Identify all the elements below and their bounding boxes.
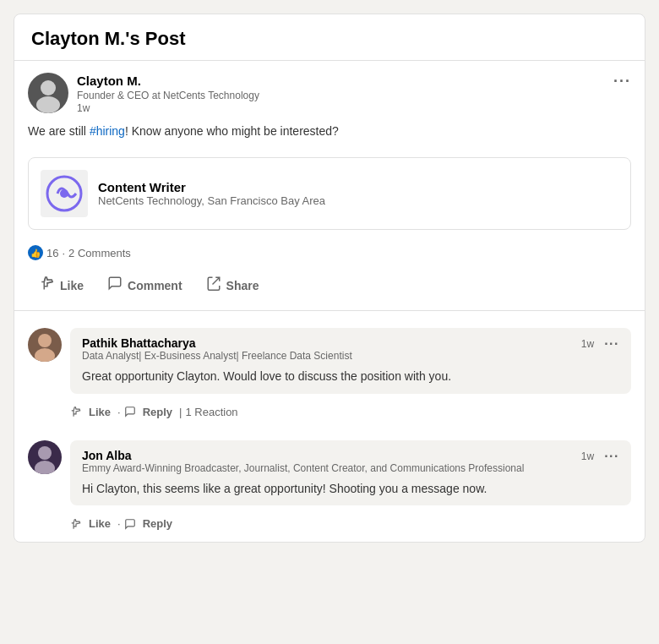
comment-bubble: Jon Alba Emmy Award-Winning Broadcaster,… bbox=[70, 440, 631, 506]
like-label: Like bbox=[60, 279, 84, 292]
comment-bubble: Pathik Bhattacharya Data Analyst| Ex-Bus… bbox=[70, 328, 631, 394]
comment-time: 1w bbox=[581, 338, 594, 350]
reply-icon bbox=[124, 518, 136, 530]
comment-header: Pathik Bhattacharya Data Analyst| Ex-Bus… bbox=[82, 336, 619, 367]
post-card: Clayton M.'s Post Clayton M. Founder & C… bbox=[14, 14, 645, 543]
comments-section: Pathik Bhattacharya Data Analyst| Ex-Bus… bbox=[14, 311, 645, 542]
comment-meta: 1w ··· bbox=[581, 449, 619, 464]
comment-button[interactable]: Comment bbox=[95, 269, 194, 302]
separator: · bbox=[117, 406, 121, 418]
like-icon bbox=[70, 406, 82, 418]
comment-author-name: Jon Alba bbox=[82, 449, 524, 462]
job-card[interactable]: Content Writer NetCents Technology, San … bbox=[28, 157, 631, 230]
comment-icon bbox=[107, 276, 123, 295]
comment-text: Hi Clayton, this seems like a great oppo… bbox=[82, 481, 619, 498]
comment-reply-button[interactable]: Reply bbox=[139, 516, 176, 532]
author-title: Founder & CEO at NetCents Technology bbox=[77, 90, 631, 103]
avatar bbox=[28, 328, 62, 362]
action-bar: Like Comment Share bbox=[14, 265, 645, 311]
like-reaction-icon: 👍 bbox=[28, 245, 43, 260]
comment-author-block: Pathik Bhattacharya Data Analyst| Ex-Bus… bbox=[82, 336, 352, 367]
avatar bbox=[28, 73, 68, 113]
post-time: 1w bbox=[77, 102, 631, 114]
like-icon bbox=[70, 518, 82, 530]
post-text-suffix: ! Know anyone who might be interested? bbox=[125, 124, 339, 138]
comment-author-name: Pathik Bhattacharya bbox=[82, 336, 352, 350]
separator: · bbox=[117, 517, 121, 530]
svg-point-7 bbox=[35, 461, 55, 474]
reply-icon bbox=[124, 406, 136, 418]
comment-like-button[interactable]: Like bbox=[85, 516, 114, 532]
comments-count: 2 Comments bbox=[68, 247, 131, 259]
svg-point-0 bbox=[41, 80, 56, 96]
comment-actions: Like · Reply bbox=[14, 512, 645, 542]
comment-author-block: Jon Alba Emmy Award-Winning Broadcaster,… bbox=[82, 449, 524, 479]
comment-text: Great opportunity Clayton. Would love to… bbox=[82, 368, 619, 385]
comment-author-title: Data Analyst| Ex-Business Analyst| Freel… bbox=[82, 350, 352, 362]
comment-author-title: Emmy Award-Winning Broadcaster, Journali… bbox=[82, 462, 524, 474]
svg-point-5 bbox=[35, 348, 55, 362]
comment-actions: Like · Reply | 1 Reaction bbox=[14, 401, 645, 430]
author-name: Clayton M. bbox=[77, 73, 631, 90]
reactions-bar: 👍 16 · 2 Comments bbox=[14, 240, 645, 265]
comment-time: 1w bbox=[581, 450, 594, 462]
list-item: Jon Alba Emmy Award-Winning Broadcaster,… bbox=[14, 430, 645, 513]
svg-point-6 bbox=[38, 446, 52, 460]
share-icon bbox=[206, 276, 221, 295]
svg-point-3 bbox=[60, 189, 68, 198]
job-info: Content Writer NetCents Technology, San … bbox=[98, 180, 325, 207]
comment-like-button[interactable]: Like bbox=[85, 404, 114, 420]
like-icon bbox=[40, 276, 55, 295]
list-item: Pathik Bhattacharya Data Analyst| Ex-Bus… bbox=[14, 318, 645, 401]
post-body: We are still #hiring! Know anyone who mi… bbox=[14, 123, 645, 150]
dot-separator: · bbox=[62, 247, 65, 259]
share-button[interactable]: Share bbox=[194, 269, 271, 302]
comment-label: Comment bbox=[128, 279, 182, 292]
post-text-prefix: We are still bbox=[28, 124, 90, 138]
share-label: Share bbox=[226, 279, 259, 292]
separator2: | bbox=[179, 406, 182, 418]
comment-meta: 1w ··· bbox=[581, 336, 619, 352]
like-button[interactable]: Like bbox=[28, 269, 95, 302]
post-header: Clayton M. Founder & CEO at NetCents Tec… bbox=[14, 61, 645, 123]
comment-header: Jon Alba Emmy Award-Winning Broadcaster,… bbox=[82, 449, 619, 479]
page-title: Clayton M.'s Post bbox=[14, 14, 645, 61]
avatar bbox=[28, 440, 62, 474]
job-company: NetCents Technology, San Francisco Bay A… bbox=[98, 194, 325, 207]
comment-more-button[interactable]: ··· bbox=[604, 336, 619, 352]
reaction-count: 16 bbox=[46, 247, 58, 259]
comment-more-button[interactable]: ··· bbox=[604, 449, 619, 464]
author-info: Clayton M. Founder & CEO at NetCents Tec… bbox=[77, 73, 631, 114]
job-title: Content Writer bbox=[98, 180, 325, 194]
company-logo bbox=[41, 170, 88, 217]
comment-reply-button[interactable]: Reply bbox=[139, 404, 176, 420]
hashtag-link[interactable]: #hiring bbox=[90, 124, 125, 138]
reaction-count: 1 Reaction bbox=[185, 406, 237, 418]
svg-point-4 bbox=[38, 334, 52, 347]
svg-point-1 bbox=[36, 96, 60, 113]
more-options-button[interactable]: ··· bbox=[613, 73, 631, 90]
